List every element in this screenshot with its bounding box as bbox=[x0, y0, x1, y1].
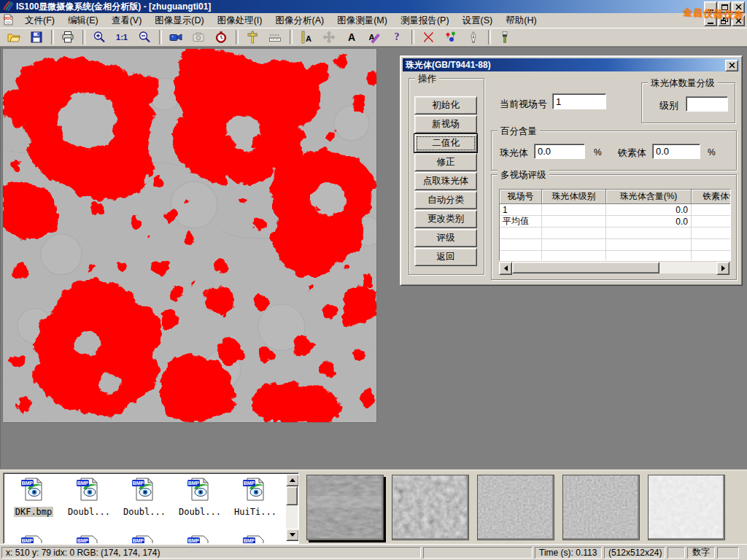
file-item[interactable]: BMP Doubl... bbox=[62, 477, 116, 518]
menu-image-analysis[interactable]: 图像分析(A) bbox=[268, 13, 330, 28]
scrollbar-track[interactable] bbox=[659, 262, 716, 273]
micrograph-image[interactable] bbox=[3, 49, 376, 422]
video-capture-button[interactable] bbox=[166, 29, 185, 45]
scrollbar-thumb[interactable] bbox=[286, 486, 298, 505]
scrollbar-track[interactable] bbox=[286, 505, 298, 529]
cell[interactable]: 平均值 bbox=[500, 216, 542, 228]
file-item[interactable]: BMP DKF.bmp bbox=[7, 477, 61, 518]
file-item[interactable]: BMP bbox=[7, 534, 61, 544]
table-row[interactable] bbox=[500, 239, 730, 251]
preview-thumbnail[interactable] bbox=[562, 475, 640, 540]
open-button[interactable] bbox=[4, 29, 23, 45]
menu-file[interactable]: 文件(F) bbox=[18, 13, 61, 28]
text-annotation-button[interactable]: A bbox=[342, 29, 361, 45]
file-item[interactable]: BMP Doubl... bbox=[117, 477, 171, 518]
auto-classify-button[interactable]: 自动分类 bbox=[414, 191, 477, 209]
header-pearlite-content[interactable]: 珠光体含量(%) bbox=[606, 190, 692, 204]
scroll-up-button[interactable] bbox=[286, 474, 299, 486]
svg-text:BMP: BMP bbox=[22, 481, 34, 486]
new-field-button[interactable]: 新视场 bbox=[414, 115, 477, 133]
cell[interactable] bbox=[542, 216, 606, 228]
cell[interactable] bbox=[692, 204, 731, 216]
arrow-down-icon bbox=[290, 533, 295, 537]
menu-measure-report[interactable]: 测量报告(P) bbox=[394, 13, 456, 28]
cell[interactable]: 0.0 bbox=[606, 204, 692, 216]
table-row[interactable] bbox=[500, 251, 730, 261]
preview-thumbnail[interactable] bbox=[392, 475, 469, 540]
zoom-out-button[interactable] bbox=[135, 29, 154, 45]
preview-thumbnail[interactable] bbox=[477, 475, 554, 540]
grade-input[interactable] bbox=[686, 96, 728, 112]
toolbar-separator bbox=[159, 30, 162, 44]
camera-icon bbox=[192, 31, 205, 44]
brush-tool-button[interactable] bbox=[495, 29, 514, 45]
actual-size-button[interactable]: 1:1 bbox=[112, 29, 131, 45]
table-horizontal-scrollbar[interactable] bbox=[499, 262, 729, 273]
preview-thumbnail[interactable] bbox=[306, 475, 384, 540]
table-row[interactable]: 1 0.0 bbox=[500, 204, 730, 216]
timer-button[interactable] bbox=[212, 29, 231, 45]
file-name[interactable]: Doubl... bbox=[177, 507, 222, 517]
dialog-title-bar[interactable]: 珠光体(GB/T9441-88) bbox=[403, 58, 740, 71]
file-name[interactable]: DKF.bmp bbox=[14, 507, 54, 517]
scrollbar-thumb[interactable] bbox=[512, 262, 659, 273]
cell[interactable] bbox=[692, 216, 731, 228]
curve-tool-button[interactable] bbox=[419, 29, 438, 45]
table-row[interactable]: 平均值 0.0 bbox=[500, 216, 730, 228]
file-name[interactable]: Doubl... bbox=[122, 507, 167, 517]
file-name[interactable]: HuiTi... bbox=[233, 507, 278, 517]
menu-image-measure[interactable]: 图像测量(M) bbox=[330, 13, 394, 28]
scroll-right-button[interactable] bbox=[716, 262, 729, 275]
binarize-button[interactable]: 二值化 bbox=[414, 134, 477, 152]
header-ferrite-content[interactable]: 铁素体含量(%) bbox=[692, 190, 731, 204]
return-button[interactable]: 返回 bbox=[414, 248, 477, 266]
move-button[interactable] bbox=[320, 29, 338, 45]
help-button[interactable]: ? bbox=[387, 29, 406, 45]
change-class-button[interactable]: 更改类别 bbox=[414, 210, 477, 228]
menu-view[interactable]: 查看(V) bbox=[105, 13, 149, 28]
file-name[interactable]: Doubl... bbox=[66, 507, 112, 517]
menu-settings[interactable]: 设置(S) bbox=[456, 13, 500, 28]
header-view-number[interactable]: 视场号 bbox=[500, 190, 542, 204]
file-item[interactable]: BMP bbox=[117, 534, 171, 544]
file-item[interactable]: BMP bbox=[173, 534, 227, 544]
print-button[interactable] bbox=[58, 29, 77, 45]
menu-image-display[interactable]: 图像显示(D) bbox=[148, 13, 210, 28]
file-item[interactable]: BMP HuiTi... bbox=[228, 477, 282, 518]
menu-image-processing[interactable]: 图像处理(I) bbox=[211, 13, 269, 28]
file-item[interactable]: BMP bbox=[228, 534, 282, 544]
cell[interactable]: 0.0 bbox=[606, 216, 692, 228]
measure-text-button[interactable]: A bbox=[297, 29, 316, 45]
dialog-close-button[interactable] bbox=[725, 60, 738, 71]
grade-button[interactable]: 评级 bbox=[414, 229, 477, 247]
edit-annotation-button[interactable]: A bbox=[365, 29, 384, 45]
initialize-button[interactable]: 初始化 bbox=[414, 96, 477, 114]
scroll-down-button[interactable] bbox=[286, 529, 299, 541]
pick-pearlite-button[interactable]: 点取珠光体 bbox=[414, 172, 477, 190]
zoom-out-icon bbox=[138, 31, 151, 44]
menu-edit[interactable]: 编辑(E) bbox=[61, 13, 105, 28]
cell[interactable] bbox=[542, 204, 606, 216]
still-capture-button[interactable] bbox=[189, 29, 208, 45]
menu-help[interactable]: 帮助(H) bbox=[499, 13, 543, 28]
current-view-input[interactable] bbox=[552, 93, 606, 109]
save-button[interactable] bbox=[27, 29, 46, 45]
status-bar: x: 510 y: 79 idx: 0 RGB: (174, 174, 174)… bbox=[0, 545, 747, 560]
marker-points-button[interactable] bbox=[441, 29, 460, 45]
zoom-in-button[interactable] bbox=[90, 29, 109, 45]
caliper-button[interactable] bbox=[243, 29, 262, 45]
cell[interactable]: 1 bbox=[500, 204, 542, 216]
header-pearlite-grade[interactable]: 珠光体级别 bbox=[542, 190, 606, 204]
pearlite-percent-input[interactable] bbox=[534, 144, 585, 159]
correct-button[interactable]: 修正 bbox=[414, 153, 477, 171]
scroll-left-button[interactable] bbox=[499, 262, 512, 275]
ruler-button[interactable] bbox=[266, 29, 285, 45]
pen-tool-button[interactable] bbox=[464, 29, 483, 45]
table-row[interactable] bbox=[500, 228, 730, 239]
svg-text:BMP: BMP bbox=[77, 481, 89, 486]
file-item[interactable]: BMP bbox=[62, 534, 116, 544]
ferrite-percent-input[interactable] bbox=[652, 144, 700, 159]
preview-thumbnail[interactable] bbox=[648, 475, 725, 540]
file-item[interactable]: BMP Doubl... bbox=[173, 477, 227, 518]
file-list-scrollbar[interactable] bbox=[286, 474, 298, 541]
